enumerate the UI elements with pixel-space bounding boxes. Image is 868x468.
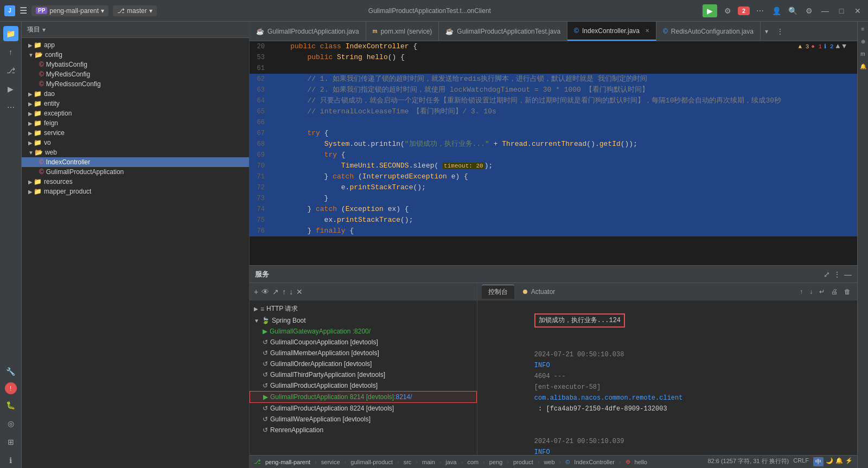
nav-up-icon[interactable]: ▲ [835, 42, 840, 50]
more-icon[interactable]: ⋯ [754, 7, 766, 15]
status-separator2: › [344, 459, 347, 465]
tab-gulimall-test[interactable]: ☕ GulimallProductApplicationTest.java [439, 22, 567, 41]
right-sidebar-icon-3[interactable]: m [860, 49, 865, 59]
sidebar-icon-commit[interactable]: ↑ [3, 44, 18, 60]
console-print-icon[interactable]: 🖨 [829, 288, 840, 296]
tab-close-btn[interactable]: ✕ [645, 28, 649, 34]
add-service-btn[interactable]: + [254, 287, 258, 296]
right-sidebar-icon-1[interactable]: ≡ [861, 24, 865, 34]
sidebar-icon-run[interactable]: ▶ [3, 81, 18, 97]
service-item-http[interactable]: ▶ ≡ HTTP 请求 [250, 303, 477, 315]
sidebar-icon-settings2[interactable]: ! [5, 382, 17, 394]
minimize-panel-icon[interactable]: — [844, 270, 852, 279]
tree-item-mapper-product[interactable]: ▶ 📁 mapper_product [22, 187, 249, 196]
service-label: service [44, 129, 65, 137]
sidebar-icon-tools[interactable]: 🔧 [3, 364, 18, 379]
http-chevron-icon: ▶ [254, 306, 258, 312]
open-service-btn[interactable]: ↗ [272, 287, 279, 296]
tab-index-controller[interactable]: © IndexController.java ✕ [567, 22, 656, 41]
notification-icon[interactable]: 🔔 [835, 457, 843, 466]
http-label: HTTP 请求 [266, 304, 298, 313]
tab-pom-xml[interactable]: m pom.xml (service) [366, 22, 439, 41]
right-sidebar-icon-2[interactable]: ⊕ [861, 36, 865, 47]
project-selector[interactable]: PP peng-mall-parent ▾ [31, 5, 108, 16]
tab-extra-actions[interactable]: ⋮ [773, 22, 788, 41]
service-item-springboot[interactable]: ▼ 🍃 Spring Boot [250, 315, 477, 326]
tab-redis-auto[interactable]: © RedisAutoConfiguration.java [656, 22, 761, 41]
console-tab-actuator[interactable]: Actuator [516, 286, 561, 298]
sidebar-icon-info[interactable]: ℹ [3, 453, 18, 468]
console-tab-console[interactable]: 控制台 [482, 285, 514, 299]
tree-item-resources[interactable]: ▶ 📁 resources [22, 177, 249, 187]
right-sidebar: ≡ ⊕ m 🔔 [857, 22, 868, 468]
notifications-icon[interactable]: 2 [738, 7, 750, 15]
minimize-icon[interactable]: — [819, 7, 831, 15]
sidebar-icon-branches[interactable]: ⎇ [3, 63, 18, 78]
service-item-renren[interactable]: ↺ RenrenApplication [250, 425, 477, 435]
service-item-ware[interactable]: ↺ GulimallWareApplication [devtools] [250, 414, 477, 425]
tab-gulimall-app[interactable]: ☕ GulimallProductApplication.java [250, 22, 366, 41]
chinese-input-icon[interactable]: 中 [813, 457, 824, 466]
tree-item-dao[interactable]: ▶ 📁 dao [22, 89, 249, 99]
tree-item-myredisconfig[interactable]: © MyRedisConfig [22, 69, 249, 79]
file-tree-dropdown-icon[interactable]: ▾ [42, 26, 46, 34]
down-btn[interactable]: ↓ [289, 287, 293, 296]
service-item-order[interactable]: ↺ GulimallOrderApplication [devtools] [250, 358, 477, 369]
maximize-icon[interactable]: □ [835, 7, 847, 15]
sidebar-icon-terminal[interactable]: ⊞ [3, 434, 18, 450]
sidebar-icon-git[interactable]: ◎ [3, 416, 18, 431]
tab-label-pom: pom.xml (service) [381, 28, 432, 35]
tree-item-config[interactable]: ▼ 📂 config [22, 50, 249, 60]
service-item-product-app[interactable]: ↺ GulimallProductApplication [devtools] [250, 380, 477, 391]
sidebar-icon-more[interactable]: ⋯ [3, 100, 18, 115]
moon-icon[interactable]: 🌙 [826, 457, 833, 466]
tree-item-indexcontroller[interactable]: © IndexController [22, 157, 249, 167]
close-icon[interactable]: ✕ [852, 7, 864, 15]
run-button[interactable]: ▶ [703, 4, 717, 17]
tree-item-mybatisconfig[interactable]: © MybatisConfig [22, 60, 249, 69]
service-item-member[interactable]: ↺ GulimallMemberApplication [devtools] [250, 348, 477, 358]
tree-item-gulimallproductapp[interactable]: © GulimallProductApplication [22, 167, 249, 177]
right-sidebar-icon-4[interactable]: 🔔 [860, 61, 866, 72]
tree-item-app[interactable]: ▶ 📁 app [22, 40, 249, 50]
tree-item-feign[interactable]: ▶ 📁 feign [22, 118, 249, 128]
more-actions-icon[interactable]: ⋮ [833, 270, 841, 279]
thirdparty-loop-icon: ↺ [263, 371, 268, 379]
gear-icon[interactable]: ⚙ [803, 7, 815, 15]
sidebar-icon-project[interactable]: 📁 [3, 26, 18, 41]
close-service-btn[interactable]: ✕ [296, 287, 303, 296]
tree-item-web[interactable]: ▼ 📂 web [22, 148, 249, 157]
nav-down-icon[interactable]: ▼ [842, 42, 846, 50]
console-trash-icon[interactable]: 🗑 [842, 288, 853, 296]
sidebar-icon-debug[interactable]: 🐛 [3, 398, 18, 413]
hamburger-menu[interactable]: ☰ [20, 5, 27, 16]
code-editor[interactable]: ▲ 3 ● 1 ℹ 2 ▲ ▼ 20 public class IndexCon… [250, 41, 857, 265]
settings-icon[interactable]: ⚙ [722, 7, 733, 15]
service-item-product-8214[interactable]: ▶ GulimallProductApplication 8214 [devto… [250, 391, 477, 403]
tree-item-myredissonconfig[interactable]: © MyRedissonConfig [22, 79, 249, 89]
service-item-coupon[interactable]: ↺ GulimallCouponApplication [devtools] [250, 337, 477, 348]
console-wrap-icon[interactable]: ↵ [817, 288, 827, 296]
up-btn[interactable]: ↑ [282, 287, 286, 296]
service-item-thirdparty[interactable]: ↺ GulimallThirdPartyApplication [devtool… [250, 369, 477, 380]
console-tabs-bar: 控制台 Actuator ↑ ↓ ↵ 🖨 🗑 [477, 283, 857, 300]
tab-label-app: GulimallProductApplication.java [267, 28, 359, 35]
tree-item-entity[interactable]: ▶ 📁 entity [22, 99, 249, 108]
search-icon[interactable]: 🔍 [787, 7, 799, 15]
console-scroll-down[interactable]: ↓ [807, 288, 815, 296]
tree-item-vo[interactable]: ▶ 📁 vo [22, 138, 249, 148]
services-left: + 👁 ↗ ↑ ↓ ✕ ▶ ≡ HTTP 请求 [250, 283, 477, 455]
view-service-btn[interactable]: 👁 [261, 287, 269, 296]
expand-icon[interactable]: ⤢ [824, 270, 830, 279]
console-scroll-up[interactable]: ↑ [797, 288, 805, 296]
service-item-product-8224[interactable]: ↺ GulimallProductApplication 8224 [devto… [250, 403, 477, 414]
app-logo[interactable]: J [4, 5, 15, 16]
tab-more-button[interactable]: ▾ [761, 22, 773, 41]
app-chevron-icon: ▶ [28, 42, 33, 48]
tree-item-service[interactable]: ▶ 📁 service [22, 128, 249, 138]
user-icon[interactable]: 👤 [770, 7, 782, 15]
branch-selector[interactable]: ⎇ master ▾ [113, 5, 157, 16]
service-item-gateway[interactable]: ▶ GulimallGatewayApplication :8200/ [250, 326, 477, 337]
tree-item-exception[interactable]: ▶ 📁 exception [22, 108, 249, 118]
power-icon[interactable]: ⚡ [845, 457, 853, 466]
